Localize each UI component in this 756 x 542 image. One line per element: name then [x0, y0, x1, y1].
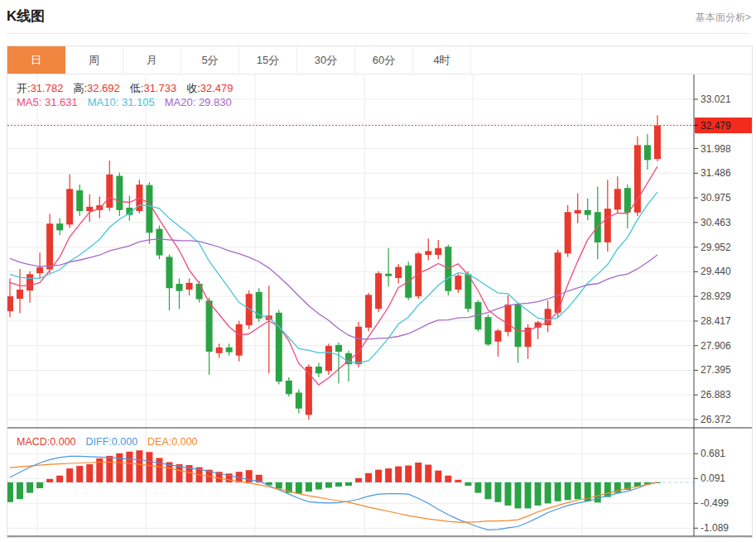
header-divider [7, 33, 749, 34]
svg-text:31.998: 31.998 [701, 143, 731, 155]
svg-text:26.883: 26.883 [701, 389, 731, 401]
chart-panel: 日周月5分15分30分60分4时 33.02131.99831.48630.97… [7, 46, 753, 538]
fundamental-analysis-link[interactable]: 基本面分析> [696, 11, 751, 25]
svg-text:30.463: 30.463 [701, 217, 731, 228]
kline-chart: 33.02131.99831.48630.97530.46329.95229.4… [7, 74, 752, 537]
svg-text:-1.089: -1.089 [701, 522, 729, 534]
page-title: K线图 [7, 7, 45, 26]
svg-text:-0.499: -0.499 [701, 497, 729, 509]
tab-60分[interactable]: 60分 [355, 46, 413, 74]
tab-周[interactable]: 周 [65, 46, 123, 74]
kline-page: { "header": { "title": "K线图", "link": "基… [0, 0, 756, 542]
tab-月[interactable]: 月 [123, 46, 181, 74]
chart-svg: 33.02131.99831.48630.97530.46329.95229.4… [7, 74, 752, 537]
svg-text:29.952: 29.952 [701, 242, 731, 253]
svg-text:29.440: 29.440 [701, 266, 731, 277]
svg-text:28.929: 28.929 [701, 290, 731, 302]
tab-日[interactable]: 日 [7, 46, 65, 74]
svg-text:27.906: 27.906 [701, 340, 731, 352]
svg-text:30.975: 30.975 [701, 192, 731, 204]
svg-text:31.486: 31.486 [701, 167, 731, 179]
svg-text:26.372: 26.372 [701, 414, 731, 425]
svg-text:27.395: 27.395 [701, 364, 731, 376]
svg-text:33.021: 33.021 [701, 94, 731, 105]
svg-text:32.479: 32.479 [701, 120, 731, 132]
tab-4时[interactable]: 4时 [413, 46, 471, 74]
interval-tabs: 日周月5分15分30分60分4时 [7, 46, 752, 74]
chart-area: 33.02131.99831.48630.97530.46329.95229.4… [7, 74, 752, 537]
svg-text:28.417: 28.417 [701, 315, 731, 327]
svg-text:0.091: 0.091 [701, 472, 725, 484]
tab-5分[interactable]: 5分 [181, 46, 239, 74]
tab-30分[interactable]: 30分 [297, 46, 355, 74]
tab-15分[interactable]: 15分 [239, 46, 297, 74]
svg-text:0.681: 0.681 [701, 448, 725, 459]
